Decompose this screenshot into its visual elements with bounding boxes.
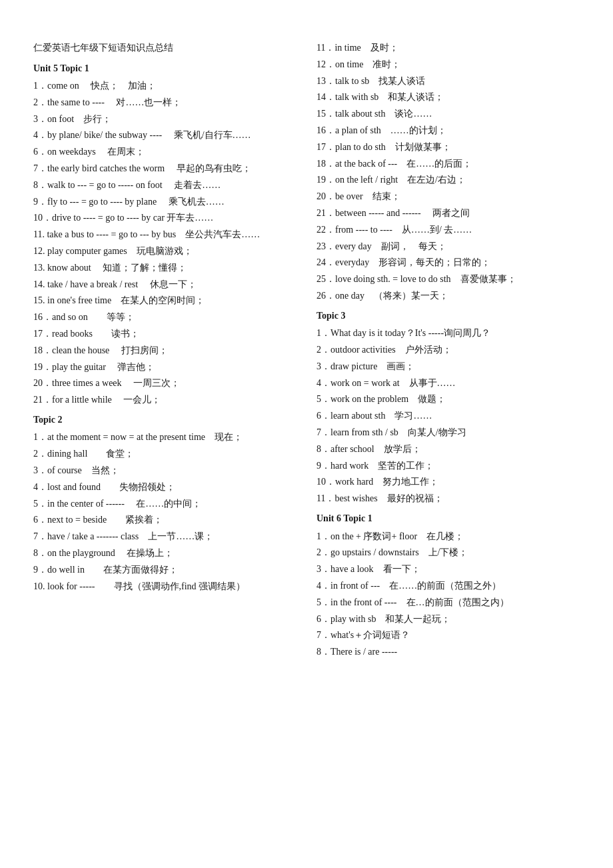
list-item: 10. look for ----- 寻找（强调动作,find 强调结果） xyxy=(33,579,297,595)
list-item: 1．on the + 序数词+ floor 在几楼； xyxy=(316,529,580,545)
unit5-topic1-title: Unit 5 Topic 1 xyxy=(33,61,297,77)
list-item: 11. take a bus to ---- = go to --- by bu… xyxy=(33,227,297,243)
list-item: 1．come on 快点； 加油； xyxy=(33,78,297,94)
list-item: 8．after school 放学后； xyxy=(316,441,580,457)
list-item: 2．go upstairs / downstairs 上/下楼； xyxy=(316,545,580,561)
topic2-title: Topic 2 xyxy=(33,412,297,429)
list-item: 9．fly to --- = go to ---- by plane 乘飞机去…… xyxy=(33,194,297,210)
list-item: 6．on weekdays 在周末； xyxy=(33,144,297,160)
list-item: 8．on the playground 在操场上； xyxy=(33,545,297,561)
topic3-title: Topic 3 xyxy=(316,308,580,325)
list-item: 5．work on the problem 做题； xyxy=(316,391,580,407)
list-item: 3．on foot 步行； xyxy=(33,111,297,127)
right-items-11-26-list: 11．in time 及时；12．on time 准时；13．talk to s… xyxy=(316,40,580,304)
list-item: 14. take / have a break / rest 休息一下； xyxy=(33,277,297,293)
list-item: 11．best wishes 最好的祝福； xyxy=(316,491,580,507)
list-item: 8．There is / are ----- xyxy=(316,644,580,660)
list-item: 9．do well in 在某方面做得好； xyxy=(33,562,297,578)
list-item: 16．and so on 等等； xyxy=(33,309,297,325)
list-item: 3．of course 当然； xyxy=(33,463,297,479)
list-item: 16．a plan of sth ……的计划； xyxy=(316,123,580,139)
list-item: 10．work hard 努力地工作； xyxy=(316,474,580,490)
list-item: 2．outdoor activities 户外活动； xyxy=(316,342,580,358)
list-item: 17．plan to do sth 计划做某事； xyxy=(316,139,580,155)
list-item: 4．work on = work at 从事于…… xyxy=(316,375,580,391)
list-item: 7．learn from sth / sb 向某人/物学习 xyxy=(316,425,580,441)
list-item: 12. play computer games 玩电脑游戏； xyxy=(33,243,297,259)
list-item: 13. know about 知道；了解；懂得； xyxy=(33,260,297,276)
list-item: 6．learn about sth 学习…… xyxy=(316,408,580,424)
list-item: 12．on time 准时； xyxy=(316,57,580,73)
list-item: 19．play the guitar 弹吉他； xyxy=(33,359,297,375)
list-item: 3．draw picture 画画； xyxy=(316,359,580,375)
list-item: 1．What day is it today？It's -----询问周几？ xyxy=(316,325,580,341)
list-item: 4．lost and found 失物招领处； xyxy=(33,479,297,495)
list-item: 18．clean the house 打扫房间； xyxy=(33,343,297,359)
page-container: 仁爱英语七年级下短语知识点总结 Unit 5 Topic 1 1．come on… xyxy=(33,40,580,661)
list-item: 5．in the front of ---- 在…的前面（范围之内） xyxy=(316,595,580,611)
list-item: 18．at the back of --- 在……的后面； xyxy=(316,156,580,172)
list-item: 7．have / take a ------- class 上一节……课； xyxy=(33,529,297,545)
list-item: 21．for a little while 一会儿； xyxy=(33,392,297,408)
list-item: 6．play with sb 和某人一起玩； xyxy=(316,611,580,627)
list-item: 1．at the moment = now = at the present t… xyxy=(33,429,297,445)
list-item: 10．drive to ---- = go to ---- by car 开车去… xyxy=(33,210,297,226)
list-item: 2．the same to ---- 对……也一样； xyxy=(33,95,297,111)
list-item: 4．by plane/ bike/ the subway ---- 乘飞机/自行… xyxy=(33,127,297,143)
list-item: 22．from ---- to ---- 从……到/ 去…… xyxy=(316,222,580,238)
list-item: 3．have a look 看一下； xyxy=(316,561,580,577)
list-item: 7．the early bird catches the worm 早起的鸟有虫… xyxy=(33,161,297,177)
list-item: 15. in one's free time 在某人的空闲时间； xyxy=(33,293,297,309)
list-item: 25．love doing sth. = love to do sth 喜爱做某… xyxy=(316,271,580,287)
list-item: 11．in time 及时； xyxy=(316,40,580,56)
list-item: 24．everyday 形容词，每天的；日常的； xyxy=(316,255,580,271)
left-items-list: 1．come on 快点； 加油；2．the same to ---- 对……也… xyxy=(33,78,297,408)
list-item: 21．between ----- and ------ 两者之间 xyxy=(316,205,580,221)
list-item: 9．hard work 坚苦的工作； xyxy=(316,458,580,474)
list-item: 17．read books 读书； xyxy=(33,326,297,342)
list-item: 6．next to = beside 紧挨着； xyxy=(33,512,297,528)
page-title: 仁爱英语七年级下短语知识点总结 xyxy=(33,40,297,57)
list-item: 8．walk to --- = go to ----- on foot 走着去…… xyxy=(33,177,297,193)
list-item: 5．in the center of ------ 在……的中间； xyxy=(33,496,297,512)
topic3-items-list: 1．What day is it today？It's -----询问周几？2．… xyxy=(316,325,580,507)
list-item: 19．on the left / right 在左边/右边； xyxy=(316,172,580,188)
unit6-topic1-title: Unit 6 Topic 1 xyxy=(316,511,580,527)
unit6-items-list: 1．on the + 序数词+ floor 在几楼；2．go upstairs … xyxy=(316,529,580,660)
list-item: 13．talk to sb 找某人谈话 xyxy=(316,73,580,89)
list-item: 20．three times a week 一周三次； xyxy=(33,375,297,391)
list-item: 2．dining hall 食堂； xyxy=(33,446,297,462)
list-item: 4．in front of --- 在……的前面（范围之外） xyxy=(316,578,580,594)
list-item: 26．one day （将来）某一天； xyxy=(316,288,580,304)
list-item: 20．be over 结束； xyxy=(316,189,580,205)
topic2-items-list: 1．at the moment = now = at the present t… xyxy=(33,429,297,594)
right-column: 11．in time 及时；12．on time 准时；13．talk to s… xyxy=(316,40,580,661)
list-item: 15．talk about sth 谈论…… xyxy=(316,106,580,122)
list-item: 14．talk with sb 和某人谈话； xyxy=(316,89,580,105)
left-column: 仁爱英语七年级下短语知识点总结 Unit 5 Topic 1 1．come on… xyxy=(33,40,297,661)
list-item: 23．every day 副词， 每天； xyxy=(316,239,580,255)
list-item: 7．what's＋介词短语？ xyxy=(316,627,580,643)
